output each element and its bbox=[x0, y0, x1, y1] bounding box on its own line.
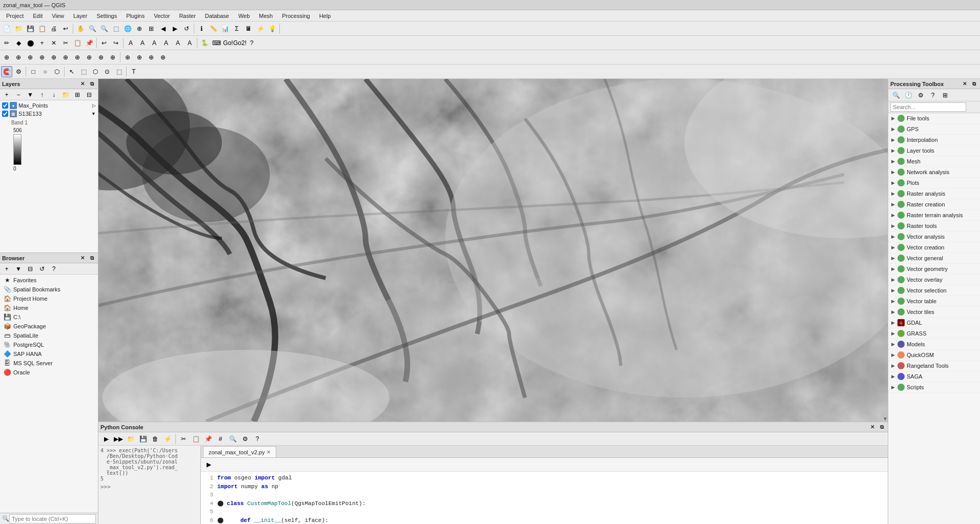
zoom-select-btn[interactable]: ⊞ bbox=[146, 23, 157, 34]
redo-btn[interactable]: ↪ bbox=[110, 37, 121, 49]
t3-7[interactable]: ⊕ bbox=[72, 52, 83, 63]
t3-8[interactable]: ⊕ bbox=[84, 52, 95, 63]
menu-raster[interactable]: Raster bbox=[175, 12, 199, 20]
label6-btn[interactable]: A bbox=[184, 37, 195, 49]
t3-12[interactable]: ⊕ bbox=[134, 52, 145, 63]
browser-spatialite[interactable]: 🗃 SpatiaLite bbox=[1, 331, 97, 340]
attribute-table-btn[interactable]: 📊 bbox=[219, 23, 231, 34]
browser-close-icon[interactable]: ✕ bbox=[78, 254, 87, 262]
browser-home[interactable]: 🏠 Home bbox=[1, 303, 97, 312]
browser-collapse-btn[interactable]: ⊟ bbox=[25, 263, 36, 275]
zoom-layer-btn[interactable]: ⊕ bbox=[134, 23, 145, 34]
open-project-btn[interactable]: 📁 bbox=[13, 23, 24, 34]
console-help-btn[interactable]: ? bbox=[252, 433, 263, 445]
console-clear-btn[interactable]: 🗑 bbox=[150, 433, 161, 445]
toolbox-scripts[interactable]: ▶ Scripts bbox=[888, 382, 980, 393]
toolbox-help-btn[interactable]: ? bbox=[927, 90, 938, 101]
browser-c-drive[interactable]: 💾 C:\ bbox=[1, 312, 97, 322]
menu-layer[interactable]: Layer bbox=[69, 12, 92, 20]
console-run-script-btn[interactable]: ▶ bbox=[100, 433, 112, 445]
selection-touch-btn[interactable]: ⬚ bbox=[113, 66, 125, 77]
toolbox-mesh[interactable]: ▶ Mesh bbox=[888, 156, 980, 167]
menu-settings[interactable]: Settings bbox=[92, 12, 121, 20]
toolbox-vector-table[interactable]: ▶ Vector table bbox=[888, 296, 980, 307]
toolbox-vector-general[interactable]: ▶ Vector general bbox=[888, 253, 980, 264]
selection-poly-btn[interactable]: ⬡ bbox=[90, 66, 101, 77]
zoom-prev-btn[interactable]: ◀ bbox=[157, 23, 169, 34]
menu-database[interactable]: Database bbox=[201, 12, 233, 20]
cut-btn[interactable]: ✂ bbox=[60, 37, 71, 49]
label-btn[interactable]: A bbox=[125, 37, 136, 49]
identify-btn[interactable]: ℹ bbox=[196, 23, 207, 34]
label2-btn[interactable]: A bbox=[137, 37, 148, 49]
undo2-btn[interactable]: ↩ bbox=[98, 37, 110, 49]
console-paste-btn[interactable]: 📌 bbox=[202, 433, 214, 445]
t3-6[interactable]: ⊕ bbox=[60, 52, 71, 63]
search-input[interactable] bbox=[9, 514, 96, 523]
layer-collapse-btn[interactable]: ⊟ bbox=[84, 89, 95, 100]
code-editor[interactable]: 1 from osgeo import gdal 2 import numpy … bbox=[201, 472, 888, 524]
toolbox-vector-tiles[interactable]: ▶ Vector tiles bbox=[888, 307, 980, 318]
action-btn[interactable]: ⚡ bbox=[255, 23, 266, 34]
digitize-shape-btn[interactable]: □ bbox=[28, 66, 39, 77]
selection-tool-btn[interactable]: ↖ bbox=[66, 66, 77, 77]
t3-5[interactable]: ⊕ bbox=[48, 52, 59, 63]
t3-14[interactable]: ⊕ bbox=[157, 52, 169, 63]
browser-geopackage[interactable]: 📦 GeoPackage bbox=[1, 322, 97, 331]
toolbox-quickosm[interactable]: ▶ QuickOSM bbox=[888, 350, 980, 361]
digitize-circle-btn[interactable]: ○ bbox=[39, 66, 51, 77]
selection-rect-btn[interactable]: ⬚ bbox=[78, 66, 89, 77]
toolbox-raster-creation[interactable]: ▶ Raster creation bbox=[888, 199, 980, 210]
t3-11[interactable]: ⊕ bbox=[122, 52, 133, 63]
t3-3[interactable]: ⊕ bbox=[25, 52, 36, 63]
print-btn[interactable]: 🖨 bbox=[48, 23, 59, 34]
delete-btn[interactable]: ✕ bbox=[48, 37, 59, 49]
console-run-btn[interactable]: ▶▶ bbox=[113, 433, 124, 445]
vertex-btn[interactable]: ⬤ bbox=[25, 37, 36, 49]
go2-btn[interactable]: Go2! bbox=[234, 37, 246, 49]
menu-plugins[interactable]: Plugins bbox=[122, 12, 149, 20]
toolbox-saga[interactable]: ▶ SAGA bbox=[888, 371, 980, 382]
console-prompt[interactable]: >>> bbox=[100, 484, 198, 490]
toolbox-vector-geometry[interactable]: ▶ Vector geometry bbox=[888, 264, 980, 275]
toolbox-search-icon-btn[interactable]: 🔍 bbox=[890, 90, 902, 101]
text-annot-btn[interactable]: T bbox=[128, 66, 139, 77]
t3-10[interactable]: ⊕ bbox=[107, 52, 118, 63]
toolbox-rangeland[interactable]: ▶ Rangeland Tools bbox=[888, 361, 980, 371]
toolbox-close-icon[interactable]: ✕ bbox=[961, 80, 969, 88]
console-detach-icon[interactable]: ⧉ bbox=[877, 423, 886, 431]
layers-close-icon[interactable]: ✕ bbox=[78, 80, 87, 88]
console-copy-btn[interactable]: 📋 bbox=[190, 433, 201, 445]
toolbox-gdal[interactable]: ▶ G GDAL bbox=[888, 318, 980, 328]
add-point-btn[interactable]: + bbox=[36, 37, 48, 49]
menu-vector[interactable]: Vector bbox=[150, 12, 174, 20]
label3-btn[interactable]: A bbox=[149, 37, 160, 49]
toolbox-search-input[interactable] bbox=[890, 102, 966, 112]
toolbox-grass[interactable]: ▶ GRASS bbox=[888, 328, 980, 339]
add-layer-btn[interactable]: + bbox=[1, 89, 12, 100]
undo-btn[interactable]: ↩ bbox=[60, 23, 71, 34]
t3-13[interactable]: ⊕ bbox=[146, 52, 157, 63]
toolbox-file-tools[interactable]: ▶ File tools bbox=[888, 113, 980, 124]
browser-help-btn[interactable]: ? bbox=[48, 263, 59, 275]
help-btn[interactable]: ? bbox=[246, 37, 257, 49]
zoom-next-btn[interactable]: ▶ bbox=[169, 23, 180, 34]
menu-project[interactable]: Project bbox=[2, 12, 28, 20]
browser-spatial-bookmarks[interactable]: 📎 Spatial Bookmarks bbox=[1, 285, 97, 294]
toolbox-detach-icon[interactable]: ⧉ bbox=[970, 80, 978, 88]
digitize-btn[interactable]: ✏ bbox=[1, 37, 12, 49]
toolbox-raster-analysis[interactable]: ▶ Raster analysis bbox=[888, 188, 980, 199]
save-as-btn[interactable]: 📋 bbox=[36, 23, 48, 34]
editor-run-btn[interactable]: ▶ bbox=[203, 459, 214, 470]
console-find-btn[interactable]: 🔍 bbox=[227, 433, 238, 445]
browser-project-home[interactable]: 🏠 Project Home bbox=[1, 294, 97, 303]
digitize-poly-btn[interactable]: ⬡ bbox=[51, 66, 63, 77]
console-settings-btn[interactable]: ⚙ bbox=[239, 433, 251, 445]
menu-web[interactable]: Web bbox=[234, 12, 254, 20]
toolbox-expand-btn[interactable]: ⊞ bbox=[940, 90, 951, 101]
layer-group-btn[interactable]: 📁 bbox=[60, 89, 71, 100]
layer-filter-btn[interactable]: ▼ bbox=[25, 89, 36, 100]
browser-saphana[interactable]: 🔷 SAP HANA bbox=[1, 349, 97, 359]
zoom-full-btn[interactable]: 🌐 bbox=[122, 23, 133, 34]
browser-favorites[interactable]: ★ Favorites bbox=[1, 276, 97, 285]
